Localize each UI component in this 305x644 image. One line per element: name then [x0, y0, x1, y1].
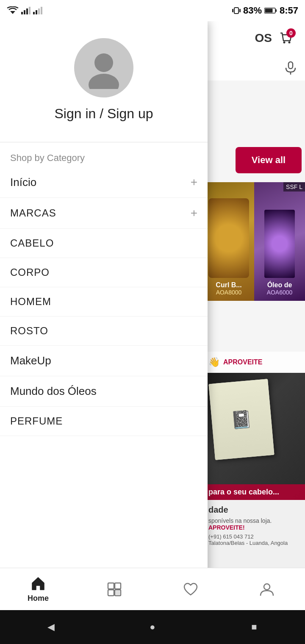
menu-label-inicio: Início [10, 176, 36, 189]
battery-icon [264, 7, 277, 14]
svg-rect-7 [38, 8, 40, 14]
svg-rect-25 [116, 591, 120, 595]
menu-item-rosto[interactable]: ROSTO [0, 316, 208, 346]
menu-plus-marcas: + [191, 206, 197, 220]
product-item-2[interactable]: Óleo de AOA6000 [254, 182, 305, 301]
info-link[interactable]: APROVEITE! [208, 524, 245, 531]
menu-label-mundo-oleos: Mundo dos Óleos [10, 385, 97, 398]
svg-rect-17 [288, 62, 293, 69]
divider-1 [0, 142, 208, 142]
svg-rect-8 [41, 7, 42, 14]
svg-point-19 [94, 53, 113, 72]
svg-rect-11 [239, 9, 241, 12]
menu-item-makeup[interactable]: MakeUp [0, 346, 208, 376]
menu-plus-inicio: + [191, 175, 197, 189]
menu-label-marcas: MARCAS [10, 207, 56, 219]
svg-rect-2 [24, 10, 25, 14]
svg-point-26 [264, 584, 270, 590]
info-address: Talatona/Belas - Luanda, Angola [208, 540, 300, 546]
back-button[interactable]: ◀ [40, 616, 61, 638]
banner-overlay-text: para o seu cabelo... [203, 484, 305, 500]
signal2-icon [33, 7, 42, 14]
menu-item-mundo-oleos[interactable]: Mundo dos Óleos [0, 376, 208, 407]
svg-rect-9 [234, 8, 238, 14]
search-bar-area [203, 55, 305, 80]
svg-rect-14 [265, 9, 272, 13]
promo-strip: 👋 APROVEITE [203, 352, 305, 373]
home-icon [30, 575, 46, 591]
svg-rect-6 [36, 10, 37, 14]
svg-rect-3 [26, 8, 28, 14]
android-navbar: ◀ ● ■ [0, 610, 305, 644]
svg-rect-10 [232, 9, 233, 12]
svg-rect-13 [275, 9, 277, 12]
cart-badge: 0 [286, 28, 296, 38]
product-name-1: Curl B... [216, 281, 241, 289]
user-silhouette-icon [83, 47, 125, 89]
banner-area: 📓 para o seu cabelo... [203, 373, 305, 500]
menu-label-perfume: PERFUME [10, 415, 63, 427]
svg-point-16 [288, 42, 291, 44]
home-button[interactable]: ● [142, 616, 163, 638]
heart-icon [183, 581, 199, 597]
recent-button[interactable]: ■ [244, 616, 265, 638]
signal-icon [21, 7, 30, 14]
nav-favorites[interactable] [152, 581, 229, 597]
nav-palette[interactable] [76, 581, 152, 597]
svg-rect-22 [115, 583, 121, 589]
info-desc: sponívels na nossa loja. APROVEITE! [208, 517, 300, 531]
menu-label-homem: HOMEM [10, 296, 51, 308]
product-name-2: Óleo de [267, 281, 292, 289]
menu-item-perfume[interactable]: PERFUME [0, 407, 208, 436]
app-topbar: OS 0 [203, 21, 305, 55]
menu-item-homem[interactable]: HOMEM [0, 287, 208, 316]
promo-text: APROVEITE [223, 358, 262, 366]
status-left [7, 6, 42, 15]
battery-text: 83% [243, 5, 262, 16]
menu-item-corpo[interactable]: CORPO [0, 258, 208, 287]
avatar [74, 38, 133, 97]
menu-label-cabelo: CABELO [10, 237, 54, 249]
app-title: OS [255, 31, 272, 45]
brand-label: SSF L [283, 182, 305, 192]
svg-rect-23 [108, 590, 114, 596]
person-icon [259, 581, 275, 597]
nav-home[interactable]: Home [0, 575, 76, 603]
info-strip: dade sponívels na nossa loja. APROVEITE!… [203, 500, 305, 572]
shop-by-category-label: Shop by Category [0, 146, 208, 167]
svg-marker-0 [10, 11, 15, 14]
menu-item-inicio[interactable]: Início + [0, 167, 208, 198]
palette-icon [106, 581, 122, 597]
view-all-button[interactable]: View all [236, 147, 302, 173]
drawer-panel: Sign in / Sign up Shop by Category Iníci… [0, 21, 208, 623]
main-wrapper: OS 0 View all Curl B... AOA8000 [0, 21, 305, 644]
svg-rect-21 [108, 583, 114, 589]
svg-point-20 [89, 74, 119, 89]
menu-item-cabelo[interactable]: CABELO [0, 229, 208, 258]
svg-rect-4 [29, 7, 30, 14]
product-item-1[interactable]: Curl B... AOA8000 [203, 182, 254, 301]
menu-item-marcas[interactable]: MARCAS + [0, 198, 208, 229]
promo-icon: 👋 [208, 357, 220, 368]
drawer-header: Sign in / Sign up [0, 21, 208, 139]
cart-button[interactable]: 0 [275, 28, 297, 49]
clock-time: 8:57 [280, 5, 298, 16]
status-bar: 83% 8:57 [0, 0, 305, 21]
menu-label-rosto: ROSTO [10, 325, 48, 337]
product-price-1: AOA8000 [216, 289, 242, 296]
menu-list: Início + MARCAS + CABELO CORPO HOMEM ROS… [0, 167, 208, 436]
menu-label-makeup: MakeUp [10, 354, 51, 367]
mic-icon[interactable] [283, 60, 298, 75]
nav-account[interactable] [229, 581, 305, 597]
wifi-icon [7, 6, 19, 15]
info-phone: (+91) 615 043 712 [208, 533, 300, 540]
menu-label-corpo: CORPO [10, 266, 50, 278]
nav-home-label: Home [28, 594, 49, 603]
signin-button[interactable]: Sign in / Sign up [54, 106, 153, 122]
info-title: dade [208, 505, 300, 515]
status-right: 83% 8:57 [232, 5, 298, 16]
bottom-nav: Home [0, 568, 305, 610]
vibrate-icon [232, 6, 241, 15]
svg-point-15 [283, 42, 286, 44]
svg-rect-5 [33, 12, 35, 14]
